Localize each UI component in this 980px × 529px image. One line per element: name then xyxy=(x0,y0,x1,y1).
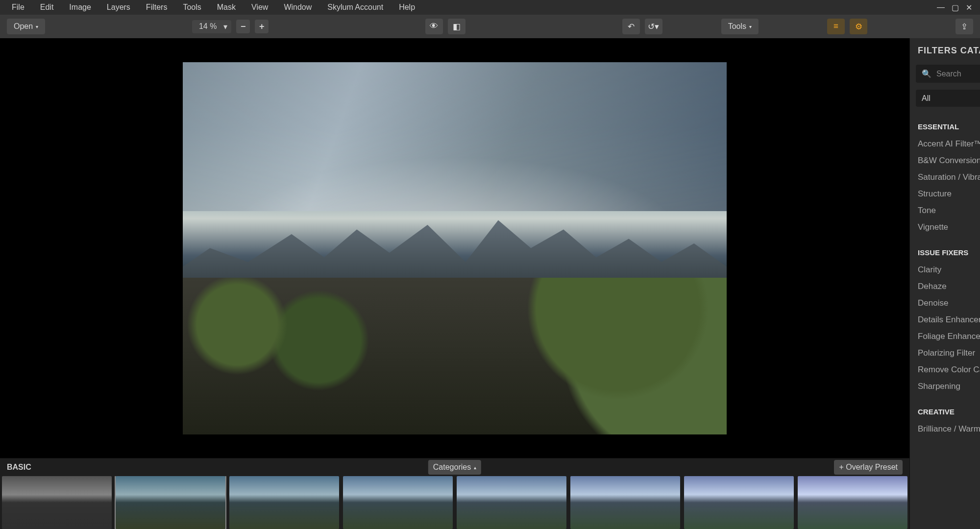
adjust-panel-toggle-icon[interactable]: ⚙ xyxy=(850,19,867,34)
catalog-section-title: CREATIVE xyxy=(918,408,980,416)
search-icon: 🔍 xyxy=(922,69,931,78)
preset-thumbnail[interactable] xyxy=(798,476,907,529)
filter-item[interactable]: Saturation / Vibrance xyxy=(918,169,980,186)
undo-icon[interactable]: ↶ xyxy=(622,19,640,34)
menu-tools[interactable]: Tools xyxy=(175,0,209,15)
zoom-in-button[interactable]: + xyxy=(255,20,269,33)
toolbar: Open▾ 14 % ▾ − + 👁 ◧ ↶ ↺▾ Tools▾ ≡ ⚙ ⇪ xyxy=(0,15,980,38)
window-close-icon[interactable]: ✕ xyxy=(966,3,972,12)
filter-item[interactable]: Vignette xyxy=(918,219,980,236)
menu-help[interactable]: Help xyxy=(391,0,423,15)
preset-thumbnail[interactable] xyxy=(570,476,680,529)
filter-item[interactable]: Tone xyxy=(918,202,980,219)
category-select[interactable]: All⌄ xyxy=(916,90,980,107)
catalog-section-title: ESSENTIAL xyxy=(918,122,980,131)
window-maximize-icon[interactable]: ▢ xyxy=(952,3,959,12)
history-icon[interactable]: ↺▾ xyxy=(645,19,662,34)
menu-bar: FileEditImageLayersFiltersToolsMaskViewW… xyxy=(0,0,980,15)
preview-toggle-icon[interactable]: 👁 xyxy=(425,19,443,34)
zoom-value: 14 % xyxy=(196,22,220,31)
preset-thumbnail[interactable] xyxy=(343,476,453,529)
menu-mask[interactable]: Mask xyxy=(209,0,244,15)
canvas[interactable] xyxy=(0,38,909,458)
search-placeholder: Search xyxy=(936,70,961,78)
preset-group-label: BASIC xyxy=(7,463,31,472)
filter-item[interactable]: Details Enhancer xyxy=(918,312,980,328)
preset-thumbnail[interactable] xyxy=(229,476,339,529)
filter-item[interactable]: B&W Conversion xyxy=(918,152,980,169)
open-button[interactable]: Open▾ xyxy=(7,19,45,34)
catalog-title: FILTERS CATALOG xyxy=(918,46,980,56)
menu-file[interactable]: File xyxy=(4,0,32,15)
menu-filters[interactable]: Filters xyxy=(138,0,175,15)
filters-catalog-toggle-icon[interactable]: ≡ xyxy=(827,19,845,34)
preset-thumbnail[interactable] xyxy=(457,476,566,529)
image-preview xyxy=(183,62,727,434)
menu-window[interactable]: Window xyxy=(276,0,319,15)
categories-button[interactable]: Categories▴ xyxy=(428,460,481,475)
menu-edit[interactable]: Edit xyxy=(32,0,62,15)
filter-item[interactable]: Accent AI Filter™ xyxy=(918,136,980,152)
filters-catalog-panel: FILTERS CATALOG ⊗ 🔍 Search All⌄ ⓘ ESSENT… xyxy=(909,38,980,529)
filter-item[interactable]: Clarity xyxy=(918,262,980,278)
compare-side-icon[interactable]: ◧ xyxy=(448,19,466,34)
filter-item[interactable]: Structure xyxy=(918,186,980,202)
filter-item[interactable]: Foliage Enhancer xyxy=(918,328,980,345)
tools-button[interactable]: Tools▾ xyxy=(721,19,759,34)
zoom-out-button[interactable]: − xyxy=(236,20,250,33)
filter-item[interactable]: Sharpening xyxy=(918,378,980,395)
menu-layers[interactable]: Layers xyxy=(99,0,138,15)
menu-view[interactable]: View xyxy=(244,0,276,15)
menu-skylum-account[interactable]: Skylum Account xyxy=(319,0,391,15)
presets-panel: BASIC Categories▴ + Overlay Preset xyxy=(0,458,909,529)
window-minimize-icon[interactable]: — xyxy=(937,3,945,12)
export-icon[interactable]: ⇪ xyxy=(956,19,973,34)
overlay-preset-button[interactable]: + Overlay Preset xyxy=(834,460,903,475)
search-input[interactable]: 🔍 Search xyxy=(916,65,980,83)
zoom-control[interactable]: 14 % ▾ xyxy=(192,20,231,33)
preset-thumbnail[interactable] xyxy=(684,476,794,529)
filter-item[interactable]: Brilliance / Warmth xyxy=(918,421,980,437)
preset-thumbnail[interactable] xyxy=(2,476,112,529)
filter-item[interactable]: Denoise xyxy=(918,295,980,312)
preset-thumbnail[interactable] xyxy=(116,476,225,529)
catalog-section-title: ISSUE FIXERS xyxy=(918,248,980,257)
filter-item[interactable]: Dehaze xyxy=(918,278,980,295)
chevron-down-icon: ▾ xyxy=(223,22,227,31)
filter-item[interactable]: Polarizing Filter xyxy=(918,345,980,361)
menu-image[interactable]: Image xyxy=(61,0,98,15)
chevron-down-icon: ▾ xyxy=(749,24,752,29)
chevron-down-icon: ▾ xyxy=(36,24,38,29)
filter-item[interactable]: Remove Color Cast xyxy=(918,361,980,378)
